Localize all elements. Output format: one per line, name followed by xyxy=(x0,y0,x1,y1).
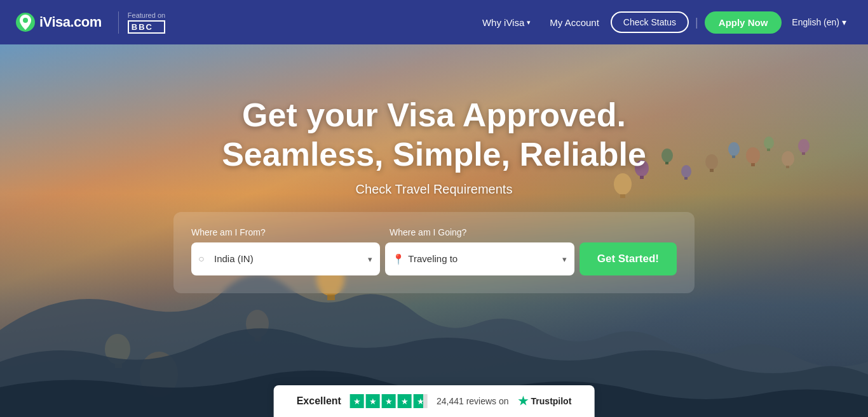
ivisa-logo-icon xyxy=(15,12,36,32)
trustpilot-stars: ★ ★ ★ ★ ★ xyxy=(350,394,428,408)
why-ivisa-label: Why iVisa xyxy=(482,17,524,28)
star-5-half: ★ xyxy=(414,394,428,408)
language-label: English (en) xyxy=(792,17,839,27)
search-inputs-row: ○ India (IN) ▾ 📍 Traveling to ▾ Get Star… xyxy=(191,242,677,275)
why-ivisa-chevron-icon: ▾ xyxy=(527,18,531,27)
star-1: ★ xyxy=(350,394,364,408)
my-account-label: My Account xyxy=(550,17,599,28)
svg-point-1 xyxy=(23,18,28,23)
hero-content: Get your Visa Approved. Seamless, Simple… xyxy=(0,44,868,293)
featured-on-badge: Featured on BBC xyxy=(118,11,165,34)
trustpilot-reviews-text: 24,441 reviews on xyxy=(437,396,509,406)
star-4: ★ xyxy=(398,394,412,408)
brand-name-text: iVisa.com xyxy=(39,14,102,30)
nav-why-ivisa[interactable]: Why iVisa ▾ xyxy=(475,12,538,33)
get-started-button[interactable]: Get Started! xyxy=(580,242,677,275)
main-nav: Why iVisa ▾ My Account Check Status | Ap… xyxy=(475,11,853,34)
trustpilot-bar: Excellent ★ ★ ★ ★ ★ 24,441 reviews on ★ … xyxy=(274,385,595,417)
trustpilot-logo: ★ Trustpilot xyxy=(518,394,572,408)
hero-subtitle: Check Travel Requirements xyxy=(356,182,513,197)
brand-logo-area[interactable]: iVisa.com Featured on BBC xyxy=(15,11,165,34)
svg-rect-23 xyxy=(327,295,335,300)
search-form-labels: Where am I From? Where am I Going? xyxy=(191,227,677,237)
logo-container: iVisa.com xyxy=(15,12,102,32)
search-form: Where am I From? Where am I Going? ○ Ind… xyxy=(173,212,695,293)
hero-title-line2: Seamless, Simple, Reliable xyxy=(222,136,646,173)
bbc-logo: BBC xyxy=(128,20,165,34)
from-circle-icon: ○ xyxy=(198,253,205,265)
trustpilot-excellent-label: Excellent xyxy=(297,395,341,407)
nav-my-account[interactable]: My Account xyxy=(542,12,607,33)
star-2: ★ xyxy=(366,394,380,408)
check-status-button[interactable]: Check Status xyxy=(611,11,689,33)
hero-section: Get your Visa Approved. Seamless, Simple… xyxy=(0,44,868,417)
hero-title-line1: Get your Visa Approved. xyxy=(242,96,626,133)
language-chevron-icon: ▾ xyxy=(842,17,846,27)
to-country-select[interactable]: Traveling to xyxy=(385,242,574,275)
language-selector[interactable]: English (en) ▾ xyxy=(785,12,853,32)
from-select-wrapper: ○ India (IN) ▾ xyxy=(191,242,380,275)
to-pin-icon: 📍 xyxy=(392,253,405,265)
apply-now-button[interactable]: Apply Now xyxy=(705,11,782,34)
from-country-select[interactable]: India (IN) xyxy=(191,242,380,275)
to-label: Where am I Going? xyxy=(390,227,588,237)
from-label: Where am I From? xyxy=(191,227,390,237)
to-select-wrapper: 📍 Traveling to ▾ xyxy=(385,242,574,275)
hero-title: Get your Visa Approved. Seamless, Simple… xyxy=(222,95,646,175)
trustpilot-star-icon: ★ xyxy=(518,394,528,408)
featured-label: Featured on xyxy=(128,11,165,19)
trustpilot-brand: Trustpilot xyxy=(531,396,572,406)
navbar: iVisa.com Featured on BBC Why iVisa ▾ My… xyxy=(0,0,868,44)
star-3: ★ xyxy=(382,394,396,408)
nav-divider: | xyxy=(695,16,698,29)
